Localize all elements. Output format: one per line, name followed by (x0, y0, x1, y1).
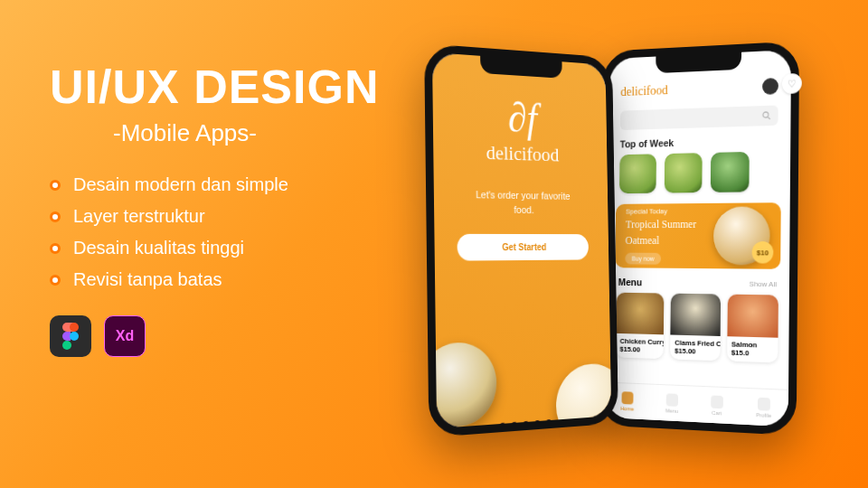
banner-text: Special Today Tropical Summer Oatmeal Bu… (625, 207, 696, 266)
menu-food-image (671, 294, 721, 336)
food-bowl-image (555, 362, 611, 428)
feature-text: Desain kualitas tinggi (73, 238, 244, 258)
tab-menu[interactable]: Menu (665, 393, 678, 414)
banner-pretitle: Special Today (626, 207, 696, 217)
splash-screen: ∂f delicifood Let's order your favorite … (432, 52, 611, 428)
menu-icon (665, 393, 677, 407)
phone-mockups: ♡ delicifood Top of Week (420, 50, 818, 465)
svg-point-5 (70, 332, 79, 341)
food-thumb[interactable] (711, 152, 750, 192)
home-screen: delicifood Top of Week Special Today (605, 50, 791, 427)
bottom-tab-bar: Home Menu Cart Profile (605, 382, 788, 427)
menu-item-price: $15.00 (670, 346, 720, 361)
xd-label: Xd (116, 328, 134, 344)
beans-decoration (497, 398, 556, 428)
phone-mockup-home: ♡ delicifood Top of Week (598, 41, 799, 436)
search-icon (762, 111, 771, 120)
bullet-dot-icon (50, 211, 61, 222)
splash-brand: delicifood (433, 138, 607, 167)
avatar[interactable] (762, 78, 778, 95)
menu-label: Menu (618, 277, 643, 287)
get-started-button[interactable]: Get Started (457, 234, 589, 261)
show-all-link[interactable]: Show All (750, 279, 777, 288)
cart-icon (711, 395, 723, 408)
profile-icon (758, 397, 770, 410)
figma-icon (50, 315, 91, 357)
svg-line-8 (768, 117, 769, 119)
feature-text: Revisi tanpa batas (73, 269, 222, 290)
home-icon (621, 391, 633, 404)
feature-text: Desain modern dan simple (73, 174, 288, 195)
bullet-dot-icon (50, 243, 61, 254)
promo-banner[interactable]: Special Today Tropical Summer Oatmeal Bu… (615, 202, 780, 269)
bullet-dot-icon (50, 275, 61, 286)
menu-card[interactable]: Salmon $15.0 (727, 295, 778, 363)
tab-home[interactable]: Home (620, 391, 634, 411)
menu-card[interactable]: Chicken Curry $15.00 (616, 293, 665, 360)
svg-point-6 (62, 341, 71, 350)
bullet-dot-icon (50, 180, 61, 191)
svg-point-2 (70, 323, 79, 332)
splash-tagline: Let's order your favorite food. (434, 187, 609, 219)
food-bowl-image (432, 342, 497, 429)
menu-card[interactable]: Clams Fried Curry $15.00 (670, 294, 720, 361)
menu-item-price: $15.0 (727, 348, 778, 362)
phone-mockup-splash: ∂f delicifood Let's order your favorite … (424, 43, 618, 437)
adobe-xd-icon: Xd (104, 315, 146, 357)
menu-food-image (616, 293, 665, 335)
menu-row: Chicken Curry $15.00 Clams Fried Curry $… (606, 293, 789, 363)
logo-mark-icon: ∂f (433, 97, 607, 138)
price-badge: $10 (752, 241, 774, 264)
app-brand: delicifood (620, 83, 667, 99)
top-week-row (608, 151, 790, 193)
banner-title-line: Oatmeal (626, 234, 696, 249)
menu-header: Menu Show All (607, 267, 789, 296)
feature-text: Layer terstruktur (73, 206, 205, 227)
tab-profile[interactable]: Profile (756, 397, 771, 418)
marketing-slide: UI/UX DESIGN -Mobile Apps- Desain modern… (0, 0, 868, 488)
tab-cart[interactable]: Cart (711, 395, 723, 416)
food-decoration (432, 301, 611, 428)
menu-food-image (727, 295, 778, 338)
banner-title-line: Tropical Summer (626, 218, 696, 232)
banner-buy-button[interactable]: Buy now (625, 253, 661, 265)
favorite-button[interactable]: ♡ (782, 73, 802, 94)
svg-point-7 (763, 112, 769, 117)
food-thumb[interactable] (619, 154, 656, 193)
menu-item-price: $15.00 (616, 345, 664, 360)
food-thumb[interactable] (665, 153, 703, 192)
